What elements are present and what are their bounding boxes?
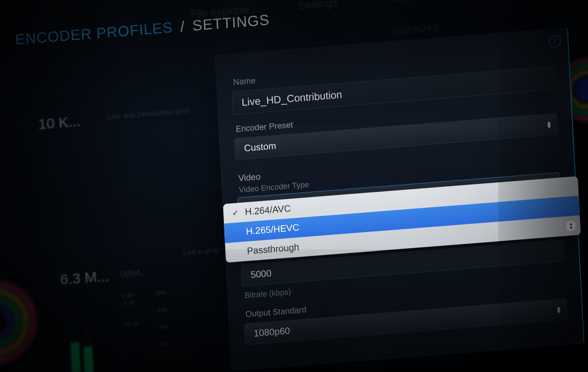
audio-bars-icon: [70, 325, 94, 372]
meter-n18db: -18 dB: [123, 320, 139, 327]
card2-status: Live in prog: [183, 246, 219, 257]
outputs-header: OUTPUTS: [392, 23, 440, 37]
encoder-option-label: Passthrough: [247, 242, 300, 256]
card1-bitrate: 10 K...: [38, 113, 81, 133]
settings-panel: i Name Live_HD_Contribution Encoder Pres…: [215, 27, 585, 372]
breadcrumb-section[interactable]: ENCODER PROFILES: [15, 19, 173, 47]
encoder-option-label: H.265/HEVC: [246, 222, 300, 237]
encoder-option-label: H.264/AVC: [245, 203, 291, 217]
meter-0db: 0 dB: [122, 292, 133, 299]
bitrate-value: 5000: [250, 268, 271, 280]
meter-2mb: 2Mb: [158, 324, 169, 330]
card2-bitrate: 6.3 M...: [60, 268, 110, 288]
breadcrumb-separator: /: [180, 18, 185, 35]
meter-0mb: 0Mb: [159, 341, 170, 348]
meter-n6db: -6 dB: [122, 300, 135, 306]
info-icon[interactable]: i: [549, 35, 561, 48]
nav-settings[interactable]: Settings: [298, 0, 338, 12]
svg-point-3: [574, 76, 588, 103]
encoder-preset-value: Custom: [244, 140, 276, 154]
arc-decoration-icon: [0, 264, 57, 372]
output-standard-value: 1080p60: [253, 326, 290, 339]
nav-tools[interactable]: Tools: [386, 0, 412, 5]
svg-point-7: [0, 307, 11, 339]
meter-4mb: 4Mb: [157, 306, 168, 313]
card2-time: 00h4...: [121, 267, 148, 279]
stepper-icon: ▲▼: [566, 221, 576, 231]
name-value: Live_HD_Contribution: [242, 89, 343, 108]
card1-subtitle: Live and Destination prof: [107, 106, 189, 121]
meter-6mb: 6Mb: [156, 289, 167, 296]
stepper-icon: ▲▼: [546, 120, 552, 129]
stepper-icon: ▲▼: [556, 305, 562, 314]
